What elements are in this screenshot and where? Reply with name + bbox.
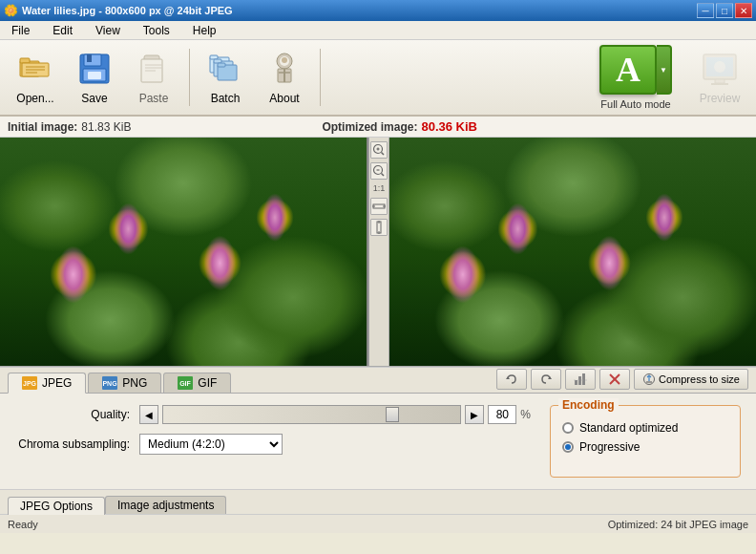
optimized-image-panel[interactable] xyxy=(389,138,756,366)
quality-value[interactable]: 80 xyxy=(488,405,516,424)
open-label: Open... xyxy=(16,92,53,105)
zoom-out-button[interactable] xyxy=(370,162,388,180)
svg-text:JPG: JPG xyxy=(23,380,37,387)
format-tabs-left: JPG JPEG PNG PNG GIF GIF xyxy=(8,372,231,393)
info-bar: Initial image: 81.83 KiB Optimized image… xyxy=(0,117,756,138)
svg-rect-7 xyxy=(84,54,101,66)
minimize-button[interactable]: ─ xyxy=(697,3,714,18)
quality-decrease-button[interactable]: ◀ xyxy=(139,405,158,424)
tab-jpeg-options[interactable]: JPEG Options xyxy=(8,497,105,515)
close-button[interactable]: ✕ xyxy=(735,3,752,18)
tab-png-label: PNG xyxy=(122,376,147,390)
zoom-in-button[interactable] xyxy=(370,141,388,159)
svg-rect-10 xyxy=(88,72,101,79)
quality-slider-container: ◀ ▶ 80 % xyxy=(139,405,531,424)
tab-image-adjustments[interactable]: Image adjustments xyxy=(105,496,226,514)
menu-help[interactable]: Help xyxy=(185,22,224,39)
menu-tools[interactable]: Tools xyxy=(136,22,178,39)
svg-rect-19 xyxy=(214,59,221,63)
optimized-image-label: Optimized image: xyxy=(322,120,417,134)
open-button[interactable]: Open... xyxy=(8,45,63,110)
levels-button[interactable] xyxy=(565,369,596,390)
toolbar-divider-2 xyxy=(320,49,321,106)
fit-height-button[interactable] xyxy=(370,219,388,236)
svg-rect-55 xyxy=(578,376,581,385)
app-icon: 🌼 xyxy=(4,4,18,17)
svg-line-36 xyxy=(382,153,385,156)
menu-edit[interactable]: Edit xyxy=(45,22,80,39)
open-icon xyxy=(16,50,54,88)
preview-icon xyxy=(701,50,739,88)
standard-optimized-radio[interactable] xyxy=(562,422,574,434)
initial-image-label: Initial image: xyxy=(8,120,77,134)
preview-button: Preview xyxy=(691,45,748,110)
redo-button[interactable] xyxy=(531,369,561,390)
full-auto-label: Full Auto mode xyxy=(600,98,670,110)
original-image xyxy=(0,138,367,366)
undo-button[interactable] xyxy=(496,369,527,390)
svg-rect-32 xyxy=(711,83,728,85)
compress-label: Compress to size xyxy=(659,373,740,385)
percent-label: % xyxy=(520,408,531,421)
tab-gif[interactable]: GIF GIF xyxy=(163,373,231,393)
reset-button[interactable] xyxy=(599,369,630,390)
batch-label: Batch xyxy=(211,92,241,105)
original-image-panel[interactable] xyxy=(0,138,368,366)
save-button[interactable]: Save xyxy=(67,45,122,110)
fit-width-button[interactable] xyxy=(370,198,388,215)
svg-line-39 xyxy=(382,174,385,177)
encoding-title: Encoding xyxy=(558,398,619,412)
quality-label: Quality: xyxy=(15,408,139,421)
chroma-row: Chroma subsampling: None (4:4:4) Low (4:… xyxy=(15,434,531,455)
batch-icon xyxy=(206,50,244,88)
options-panel: Quality: ◀ ▶ 80 % Chroma subsampling: No… xyxy=(0,394,756,489)
chroma-select[interactable]: None (4:4:4) Low (4:1:1) Medium (4:2:0) … xyxy=(139,434,283,455)
options-tabs-bar: JPEG Options Image adjustments xyxy=(0,489,756,514)
full-auto-button[interactable]: A ▼ Full Auto mode xyxy=(599,45,672,110)
status-left: Ready xyxy=(8,519,38,530)
about-icon xyxy=(265,50,304,88)
quality-row: Quality: ◀ ▶ 80 % xyxy=(15,405,531,424)
svg-rect-31 xyxy=(715,79,724,83)
quality-increase-button[interactable]: ▶ xyxy=(465,405,484,424)
menu-file[interactable]: File xyxy=(4,22,37,39)
image-adjustments-label: Image adjustments xyxy=(117,499,214,512)
status-right: Optimized: 24 bit JPEG image xyxy=(608,519,748,530)
progressive-label: Progressive xyxy=(579,440,640,454)
full-auto-dropdown[interactable]: ▼ xyxy=(657,45,672,95)
standard-optimized-label: Standard optimized xyxy=(579,421,678,435)
full-auto-icon: A xyxy=(599,45,657,95)
svg-rect-17 xyxy=(210,55,218,59)
initial-image-size: 81.83 KiB xyxy=(81,120,131,134)
about-label: About xyxy=(269,92,299,105)
progressive-radio[interactable] xyxy=(562,441,574,453)
status-bar: Ready Optimized: 24 bit JPEG image xyxy=(0,514,756,533)
dropdown-arrow-icon: ▼ xyxy=(660,66,667,75)
tab-png[interactable]: PNG PNG xyxy=(88,373,161,393)
toolbar: Open... Save Paste xyxy=(0,40,756,117)
about-button[interactable]: About xyxy=(257,45,312,110)
format-actions: Compress to size xyxy=(496,369,748,393)
menu-view[interactable]: View xyxy=(88,22,128,39)
tab-jpeg[interactable]: JPG JPEG xyxy=(8,373,86,394)
optimized-image xyxy=(389,138,756,366)
save-label: Save xyxy=(81,92,107,105)
title-bar: 🌼 Water lilies.jpg - 800x600 px @ 24bit … xyxy=(0,0,756,21)
menu-bar: File Edit View Tools Help xyxy=(0,21,756,40)
quality-slider-thumb[interactable] xyxy=(386,407,399,422)
batch-button[interactable]: Batch xyxy=(198,45,253,110)
quality-slider-track[interactable] xyxy=(162,405,461,424)
toolbar-divider-1 xyxy=(189,49,190,106)
title-bar-controls: ─ □ ✕ xyxy=(697,3,752,18)
preview-label: Preview xyxy=(700,92,741,105)
paste-button[interactable]: Paste xyxy=(126,45,181,110)
svg-text:PNG: PNG xyxy=(103,380,118,387)
svg-rect-54 xyxy=(575,380,578,385)
full-auto-letter: A xyxy=(616,50,640,90)
tab-gif-label: GIF xyxy=(198,376,217,390)
standard-optimized-row: Standard optimized xyxy=(562,421,728,435)
maximize-button[interactable]: □ xyxy=(716,3,733,18)
save-icon xyxy=(75,50,114,88)
compress-to-size-button[interactable]: Compress to size xyxy=(634,369,748,390)
tab-jpeg-label: JPEG xyxy=(42,376,72,390)
